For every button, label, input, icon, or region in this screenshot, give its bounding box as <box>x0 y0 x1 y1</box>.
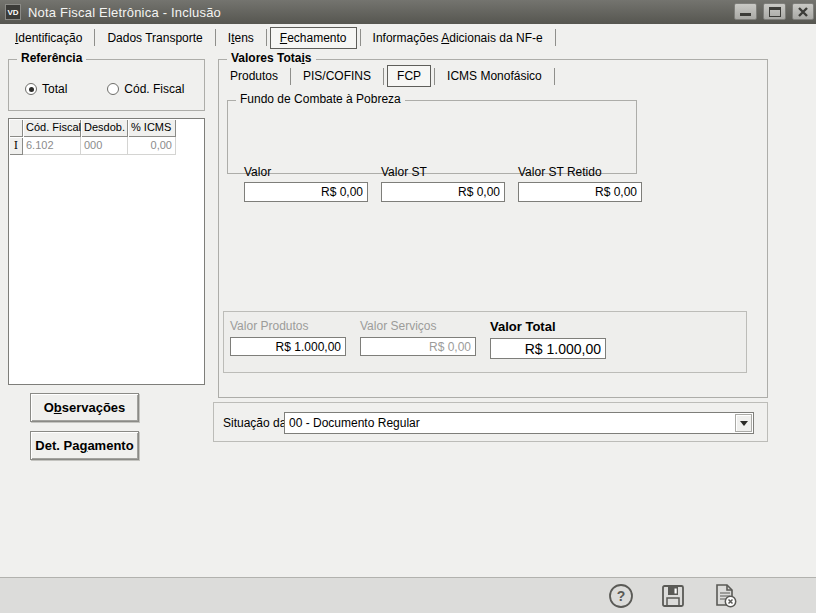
svg-text:?: ? <box>617 588 626 604</box>
valor-st-label: Valor ST <box>381 165 505 179</box>
radio-selected-icon <box>25 83 37 95</box>
grid-header-selector <box>9 119 23 137</box>
referencia-group-label: Referência <box>17 51 86 65</box>
cancel-document-icon <box>712 583 738 609</box>
valor-produtos-input[interactable] <box>230 337 346 356</box>
valor-total-label: Valor Total <box>490 319 606 334</box>
valor-servicos-field: Valor Serviços <box>360 319 476 356</box>
maximize-button[interactable] <box>763 3 786 20</box>
tab-produtos[interactable]: Produtos <box>221 66 287 86</box>
totals-panel: Valor Produtos Valor Serviços Valor Tota… <box>223 311 747 373</box>
situacao-panel: Situação da NF: 00 - Documento Regular <box>213 402 768 442</box>
row-ibeam-icon: I <box>9 137 23 155</box>
app-window: VD Nota Fiscal Eletrônica - Inclusão Ide… <box>0 0 816 613</box>
tab-itens[interactable]: Itens <box>219 28 263 48</box>
tab-separator <box>94 29 95 46</box>
fcp-group-label: Fundo de Combate à Pobreza <box>236 92 405 106</box>
valor-st-retido-input[interactable] <box>518 182 642 202</box>
close-button[interactable] <box>792 3 814 20</box>
tab-icms-monofasico[interactable]: ICMS Monofásico <box>438 66 551 86</box>
radio-unselected-icon <box>107 83 119 95</box>
tab-fcp[interactable]: FCP <box>387 65 431 87</box>
valores-totais-group: Valores Totais Produtos PIS/COFINS FCP I… <box>218 59 768 398</box>
cell-cod-fiscal: 6.102 <box>23 137 81 155</box>
grid-header-cod-fiscal: Cód. Fiscal <box>23 119 81 137</box>
tab-separator <box>554 68 555 85</box>
observacoes-button[interactable]: Observações <box>30 393 139 422</box>
tab-separator <box>290 68 291 85</box>
radio-cod-fiscal-label: Cód. Fiscal <box>124 82 184 96</box>
maximize-icon <box>769 7 781 17</box>
help-button[interactable]: ? <box>608 583 634 609</box>
close-icon <box>798 7 808 17</box>
table-row[interactable]: I 6.102 000 0,00 <box>9 137 204 155</box>
valor-total-input[interactable] <box>490 338 606 359</box>
footer-bar: ? <box>0 577 816 613</box>
minimize-button[interactable] <box>734 3 757 20</box>
valores-tabbar: Produtos PIS/COFINS FCP ICMS Monofásico <box>221 65 558 87</box>
chevron-down-icon <box>740 421 748 426</box>
valor-total-field: Valor Total <box>490 319 606 359</box>
app-icon: VD <box>5 4 21 20</box>
tab-dados-transporte[interactable]: Dados Transporte <box>98 28 211 48</box>
radio-total[interactable]: Total <box>25 82 67 96</box>
titlebar: VD Nota Fiscal Eletrônica - Inclusão <box>0 0 816 24</box>
window-title: Nota Fiscal Eletrônica - Inclusão <box>28 5 221 20</box>
cod-fiscal-grid[interactable]: Cód. Fiscal Desdob. % ICMS I 6.102 000 0… <box>8 118 205 385</box>
valor-st-retido-label: Valor ST Retido <box>518 165 642 179</box>
tab-fechamento[interactable]: Fechamento <box>270 27 357 49</box>
valor-servicos-label: Valor Serviços <box>360 319 476 333</box>
minimize-icon <box>740 7 751 16</box>
referencia-radio-row: Total Cód. Fiscal <box>25 82 184 96</box>
tab-separator <box>215 29 216 46</box>
valor-produtos-field: Valor Produtos <box>230 319 346 356</box>
valores-totais-label: Valores Totais <box>227 51 316 65</box>
tab-separator <box>383 68 384 85</box>
situacao-selected-value: 00 - Documento Regular <box>285 416 735 430</box>
tab-informacoes-adicionais[interactable]: Informações Adicionais da NF-e <box>364 28 552 48</box>
valor-produtos-label: Valor Produtos <box>230 319 346 333</box>
grid-header-row: Cód. Fiscal Desdob. % ICMS <box>9 119 204 137</box>
cell-icms: 0,00 <box>128 137 176 155</box>
tab-pis-cofins[interactable]: PIS/COFINS <box>294 66 380 86</box>
valor-st-input[interactable] <box>381 182 505 202</box>
grid-header-icms: % ICMS <box>128 119 176 137</box>
valor-servicos-input[interactable] <box>360 337 476 356</box>
main-tabbar: Identificação Dados Transporte Itens Fec… <box>0 24 816 51</box>
valor-field: Valor <box>244 165 368 202</box>
save-button[interactable] <box>660 583 686 609</box>
valor-st-field: Valor ST <box>381 165 505 202</box>
valor-input[interactable] <box>244 182 368 202</box>
grid-header-desdob: Desdob. <box>81 119 128 137</box>
valor-label: Valor <box>244 165 368 179</box>
radio-cod-fiscal[interactable]: Cód. Fiscal <box>107 82 184 96</box>
tab-separator <box>360 29 361 46</box>
cell-desdob: 000 <box>81 137 128 155</box>
tab-separator <box>266 29 267 46</box>
tab-separator <box>434 68 435 85</box>
referencia-group: Referência Total Cód. Fiscal <box>8 59 205 111</box>
det-pagamento-button[interactable]: Det. Pagamento <box>30 431 139 460</box>
valor-st-retido-field: Valor ST Retido <box>518 165 642 202</box>
tab-separator <box>555 29 556 46</box>
cancel-document-button[interactable] <box>712 583 738 609</box>
situacao-combobox[interactable]: 00 - Documento Regular <box>284 412 754 434</box>
save-icon <box>660 583 686 609</box>
help-icon: ? <box>608 583 634 609</box>
radio-total-label: Total <box>42 82 67 96</box>
fcp-group: Fundo de Combate à Pobreza Valor Valor S… <box>227 100 637 174</box>
tab-identificacao[interactable]: Identificação <box>6 28 91 48</box>
dropdown-button[interactable] <box>735 414 752 432</box>
